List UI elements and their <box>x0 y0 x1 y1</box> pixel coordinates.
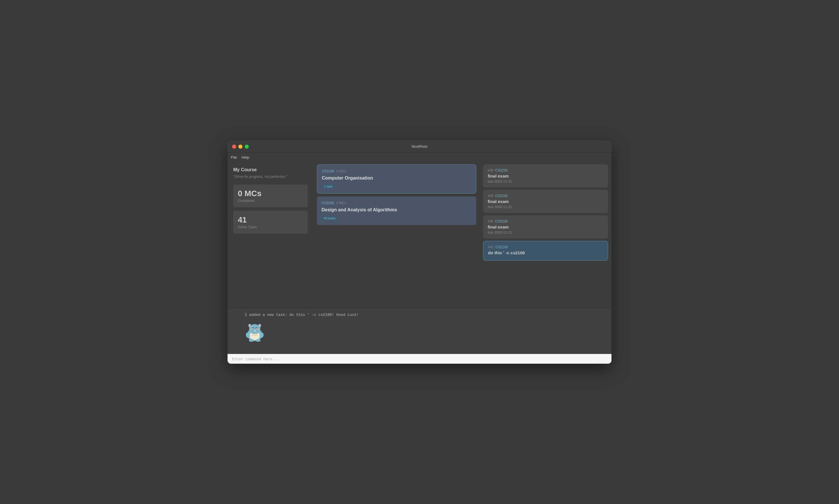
task-course-code: CS3230 <box>495 194 507 198</box>
task-number: #40 <box>488 219 493 223</box>
app-window: ModtRekt File Help My Course "Strive for… <box>228 140 611 364</box>
output-message: I added a new task: do this ' -c cs2100!… <box>245 313 594 317</box>
task-course-code: CS2100 <box>495 245 508 249</box>
close-button[interactable] <box>232 145 236 149</box>
stat-mcs-label: Completed <box>238 199 303 203</box>
task-name: final exam <box>488 224 604 229</box>
course-header: CS3230 4 MCs <box>321 201 472 205</box>
task-number: #38 <box>488 168 493 173</box>
svg-rect-6 <box>255 330 256 331</box>
course-list: CS2100 4 MCs Computer Organisation 1 tas… <box>314 162 480 308</box>
stat-card-tasks: 41 Active Tasks <box>233 211 308 234</box>
course-mcs: 4 MCs <box>336 201 346 205</box>
output-area: I added a new task: do this ' -c cs2100!… <box>228 308 611 354</box>
svg-point-4 <box>256 328 259 330</box>
task-header: #39 CS3230 <box>488 194 604 198</box>
menu-file[interactable]: File <box>231 155 237 160</box>
task-card-41[interactable]: #41 CS2100 do this ' -c cs2100 <box>483 241 608 260</box>
svg-point-3 <box>250 328 253 330</box>
window-title: ModtRekt <box>412 144 427 149</box>
svg-point-10 <box>259 324 261 327</box>
course-name: Computer Organisation <box>322 176 471 181</box>
task-badge: 1 task <box>322 184 335 189</box>
svg-rect-5 <box>254 330 255 331</box>
svg-point-8 <box>249 324 251 327</box>
task-name: final exam <box>488 174 604 178</box>
course-name: Design and Analysis of Algorithms <box>321 207 472 213</box>
course-mcs: 4 MCs <box>336 169 346 173</box>
task-course-code: CS3230 <box>495 168 507 173</box>
task-name: do this ' -c cs2100 <box>488 250 603 255</box>
task-due: due 3000-12-31 <box>488 231 604 235</box>
command-input[interactable] <box>232 357 607 361</box>
stat-card-mcs: 0 MCs Completed <box>233 184 308 207</box>
stat-tasks-number: 41 <box>238 215 303 224</box>
course-card-cs2100[interactable]: CS2100 4 MCs Computer Organisation 1 tas… <box>317 164 476 194</box>
left-panel: My Course "Strive for progress, not perf… <box>228 162 314 308</box>
task-header: #38 CS3230 <box>488 168 604 173</box>
task-number: #41 <box>488 245 494 249</box>
quote: "Strive for progress, not perfection." <box>233 175 308 179</box>
titlebar: ModtRekt <box>228 140 611 153</box>
task-card-39[interactable]: #39 CS3230 final exam due 3000-12-31 <box>483 190 608 213</box>
maximize-button[interactable] <box>245 145 249 149</box>
task-header: #40 CS3230 <box>488 219 604 223</box>
minimize-button[interactable] <box>239 145 242 149</box>
course-header: CS2100 4 MCs <box>322 169 471 173</box>
task-badge: 40 tasks <box>321 216 338 220</box>
course-code: CS2100 <box>322 169 334 173</box>
task-name: final exam <box>488 199 604 204</box>
task-due: due 3000-12-31 <box>488 205 604 209</box>
snorlax-icon <box>245 322 265 342</box>
stat-mcs-number: 0 MCs <box>238 189 303 198</box>
main-content: My Course "Strive for progress, not perf… <box>228 162 611 308</box>
task-card-38[interactable]: #38 CS3230 final exam due 3000-12-31 <box>483 164 608 187</box>
task-list: #38 CS3230 final exam due 3000-12-31 #39… <box>480 162 611 308</box>
course-card-cs3230[interactable]: CS3230 4 MCs Design and Analysis of Algo… <box>317 196 476 225</box>
task-number: #39 <box>488 194 493 198</box>
menu-help[interactable]: Help <box>242 155 249 160</box>
window-controls <box>232 145 249 149</box>
bottom-section: I added a new task: do this ' -c cs2100!… <box>228 308 611 364</box>
task-header: #41 CS2100 <box>488 245 603 249</box>
stat-tasks-label: Active Tasks <box>238 225 303 229</box>
section-title: My Course <box>233 167 308 173</box>
course-code: CS3230 <box>321 201 334 205</box>
snorlax-container <box>245 322 594 342</box>
task-course-code: CS3230 <box>495 219 507 223</box>
menubar: File Help <box>228 153 611 162</box>
task-card-40[interactable]: #40 CS3230 final exam due 3000-12-31 <box>483 215 608 238</box>
task-due: due 3000-12-31 <box>488 180 604 183</box>
input-area[interactable] <box>228 354 611 364</box>
